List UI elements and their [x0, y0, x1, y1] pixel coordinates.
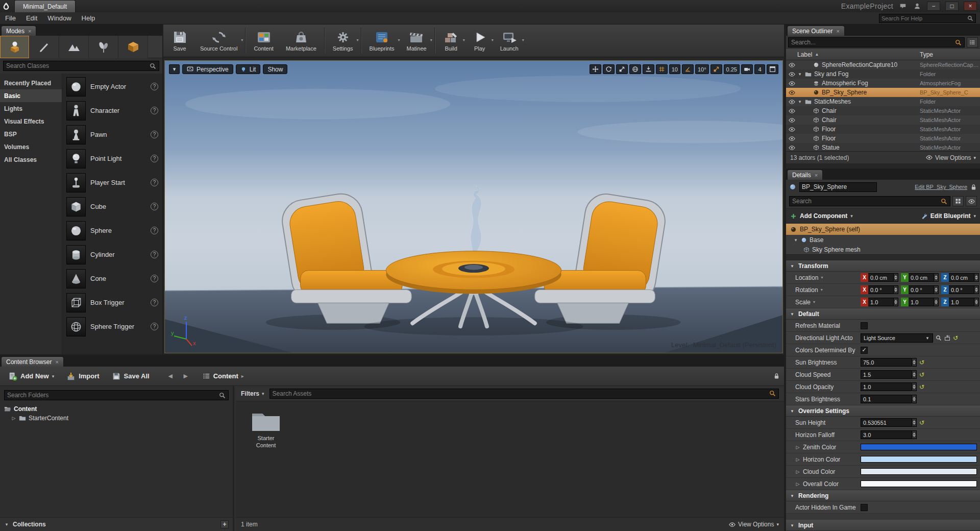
item-cone[interactable]: Cone ?: [62, 267, 162, 291]
visibility-eye-icon[interactable]: [786, 117, 797, 124]
search-assets[interactable]: [270, 389, 779, 399]
matinee-button[interactable]: Matinee ▾: [401, 25, 433, 57]
overall-color-swatch[interactable]: [861, 480, 977, 487]
rotate-tool-button[interactable]: [603, 64, 615, 74]
lit-button[interactable]: Lit: [236, 64, 261, 74]
close-tab-icon[interactable]: ×: [28, 28, 31, 34]
scale-x-field[interactable]: X1.0: [861, 298, 898, 306]
folder-content[interactable]: Content: [4, 404, 229, 414]
settings-button[interactable]: Settings ▾: [327, 25, 359, 57]
expander-icon[interactable]: ▷: [11, 416, 16, 421]
reset-icon[interactable]: ↺: [919, 384, 924, 390]
visibility-eye-icon[interactable]: [786, 108, 797, 114]
item-box-trigger[interactable]: Box Trigger ?: [62, 291, 162, 315]
help-badge[interactable]: ?: [151, 83, 158, 90]
help-badge[interactable]: ?: [151, 299, 158, 306]
category-bsp[interactable]: BSP: [0, 128, 62, 140]
cloud-opacity-field[interactable]: 1.0: [861, 382, 917, 391]
tab-scene-outliner[interactable]: Scene Outliner ×: [787, 26, 845, 36]
forward-button[interactable]: ▶: [180, 371, 191, 381]
item-sphere-trigger[interactable]: Sphere Trigger ?: [62, 315, 162, 339]
cb-view-options[interactable]: View Options ▾: [729, 521, 779, 528]
category-volumes[interactable]: Volumes: [0, 140, 62, 153]
location-x-field[interactable]: X0.0 cm: [861, 273, 898, 282]
outliner-row[interactable]: Chair StaticMeshActor: [786, 115, 980, 125]
outliner-row[interactable]: SphereReflectionCapture10 SphereReflecti…: [786, 60, 980, 69]
minimize-button[interactable]: −: [927, 2, 940, 11]
expander-icon[interactable]: ▾: [797, 99, 802, 104]
help-badge[interactable]: ?: [151, 155, 158, 162]
outliner-search[interactable]: [788, 37, 965, 47]
spinner[interactable]: [912, 370, 917, 379]
back-button[interactable]: ◀: [165, 371, 176, 381]
section-transform[interactable]: ▾Transform: [786, 260, 980, 272]
dropdown-caret-icon[interactable]: ▾: [241, 38, 243, 42]
maximize-button[interactable]: □: [945, 2, 959, 11]
close-button[interactable]: ×: [964, 2, 977, 11]
expander-icon[interactable]: ▷: [795, 445, 800, 450]
dropdown-caret-icon[interactable]: ▾: [398, 38, 400, 42]
scale-snap-value[interactable]: 0.25: [724, 64, 740, 74]
spinner[interactable]: [934, 298, 939, 306]
details-search[interactable]: [789, 196, 950, 206]
column-type[interactable]: Type: [920, 51, 980, 58]
show-button[interactable]: Show: [263, 64, 287, 74]
mode-landscape[interactable]: [59, 36, 89, 58]
outliner-options-button[interactable]: [967, 37, 978, 47]
display-filter-button[interactable]: [966, 196, 977, 206]
menu-file[interactable]: File: [0, 12, 21, 24]
outliner-view-options[interactable]: View Options ▾: [926, 154, 976, 161]
edit-blueprint-button[interactable]: Edit Blueprint: [930, 212, 971, 220]
outliner-search-input[interactable]: [791, 39, 952, 46]
menu-edit[interactable]: Edit: [21, 12, 42, 24]
menu-window[interactable]: Window: [42, 12, 76, 24]
visibility-eye-icon[interactable]: [786, 99, 797, 105]
play-button[interactable]: Play ▾: [465, 25, 494, 57]
help-badge[interactable]: ?: [151, 275, 158, 282]
outliner-row[interactable]: Atmospheric Fog AtmosphericFog: [786, 79, 980, 88]
section-override-settings[interactable]: ▾Override Settings: [786, 405, 980, 417]
item-sphere[interactable]: Sphere ?: [62, 219, 162, 243]
details-splitter[interactable]: [786, 254, 980, 260]
spinner[interactable]: [912, 395, 917, 403]
spinner[interactable]: [912, 418, 917, 427]
item-empty-actor[interactable]: Empty Actor ?: [62, 75, 162, 99]
filters-button[interactable]: Filters ▾: [241, 390, 264, 397]
marketplace-button[interactable]: Marketplace: [280, 25, 323, 57]
scale-tool-button[interactable]: [616, 64, 628, 74]
tab-modes[interactable]: Modes ×: [1, 26, 36, 36]
stars-brightness-field[interactable]: 0.1: [861, 395, 917, 403]
scale-snap-button[interactable]: [710, 64, 722, 74]
mode-paint[interactable]: [30, 36, 59, 58]
dropdown-caret-icon[interactable]: ▾: [357, 38, 359, 42]
mode-geometry[interactable]: [118, 36, 148, 58]
expander-icon[interactable]: ▷: [795, 457, 800, 462]
save-button[interactable]: Save: [165, 25, 194, 57]
category-basic[interactable]: Basic: [0, 89, 62, 102]
zenith-color-swatch[interactable]: [861, 444, 977, 450]
item-point-light[interactable]: Point Light ?: [62, 147, 162, 171]
source-control-button[interactable]: Source Control ▾: [194, 25, 243, 57]
reset-icon[interactable]: ↺: [953, 335, 958, 341]
reset-icon[interactable]: ↺: [919, 359, 924, 366]
directional-light-dropdown[interactable]: Light Source▾: [861, 333, 933, 343]
spinner[interactable]: [912, 430, 917, 439]
component-base-row[interactable]: ▾ Base: [786, 235, 980, 245]
help-badge[interactable]: ?: [151, 203, 158, 210]
category-recently-placed[interactable]: Recently Placed: [0, 77, 62, 89]
world-coordinate-button[interactable]: [629, 64, 641, 74]
grid-snap-value[interactable]: 10: [669, 64, 680, 74]
dropdown-caret-icon[interactable]: ▾: [522, 38, 524, 42]
item-cylinder[interactable]: Cylinder ?: [62, 243, 162, 267]
blueprints-button[interactable]: Blueprints ▾: [363, 25, 401, 57]
spinner[interactable]: [894, 273, 898, 282]
spinner[interactable]: [912, 358, 917, 367]
outliner-row[interactable]: Floor StaticMeshActor: [786, 125, 980, 134]
help-badge[interactable]: ?: [151, 131, 158, 138]
mode-foliage[interactable]: [89, 36, 118, 58]
tab-content-browser[interactable]: Content Browser ×: [1, 356, 64, 367]
visibility-eye-icon[interactable]: [786, 89, 797, 96]
location-z-field[interactable]: Z0.0 cm: [941, 273, 979, 282]
breadcrumb[interactable]: Content ▸: [203, 372, 244, 380]
search-classes-input[interactable]: [6, 62, 147, 69]
